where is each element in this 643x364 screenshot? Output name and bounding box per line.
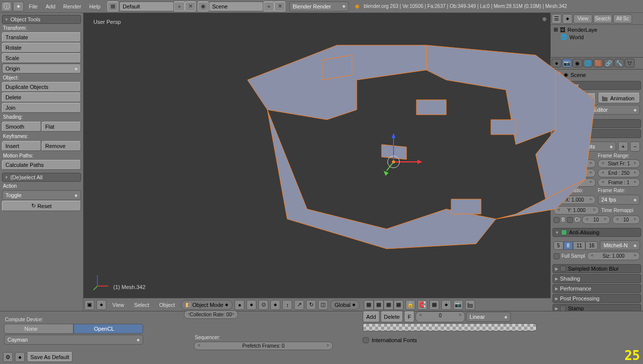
lock-icon[interactable]: 🔒 [405,300,415,310]
compute-opencl[interactable]: OpenCL [74,324,143,334]
menu-add[interactable]: Add [42,3,60,9]
shading-menu-icon[interactable]: ◆ [246,300,256,310]
f-button[interactable]: F [404,311,414,322]
render-anim-icon[interactable]: 🎬 [465,300,475,310]
3d-viewport[interactable]: User Persp [83,13,551,298]
dropdown-icon[interactable]: ◆ [13,1,24,11]
snap-type-icon[interactable]: ▦ [429,300,439,310]
insert-kf-button[interactable]: Insert [2,141,41,151]
tool-shelf: Object Tools Transform: Translate Rotate… [0,13,83,311]
postproc-section[interactable]: Post Processing [553,294,641,303]
device-select[interactable]: Cayman [4,335,143,345]
select-menu[interactable]: Select [130,302,154,308]
object-tools-header[interactable]: Object Tools [2,15,81,24]
scale-button[interactable]: Scale [2,53,81,63]
shading-sphere-icon[interactable]: ● [235,300,244,310]
layer-button[interactable]: ▦ [364,300,374,310]
remove-kf-button[interactable]: Remove [42,141,81,151]
svg-point-17 [392,160,395,163]
ptab-constraint-icon[interactable]: 🔗 [604,59,614,68]
rotate-button[interactable]: Rotate [2,43,81,53]
orientation-selector[interactable]: Global◆ [330,300,360,310]
layer-button[interactable]: ▦ [384,300,394,310]
performance-section[interactable]: Performance [553,284,641,293]
smooth-button[interactable]: Smooth [2,122,41,132]
pref-zero[interactable]: 0 [415,311,465,322]
manip-rotate-icon[interactable]: ↻ [306,300,316,310]
scene-add-icon[interactable]: + [263,1,274,11]
manip-cursor-icon[interactable]: ↗ [294,300,304,310]
blender-logo-icon: ◉ [355,3,360,9]
translate-button[interactable]: Translate [2,32,81,42]
pivot-menu-icon[interactable]: ◆ [270,300,280,310]
manip-scale-icon[interactable]: ◫ [318,300,328,310]
layer-button[interactable]: ▦ [374,300,384,310]
prefetch-frames[interactable]: Prefetch Frames: 0 [194,342,333,350]
layer-button[interactable]: ▦ [394,300,403,310]
layout-del-icon[interactable]: ✕ [185,1,196,11]
layout-grid-icon[interactable]: ▦ [107,1,118,11]
origin-dropdown[interactable]: Origin [2,64,81,73]
prefs-type-icon[interactable]: ⚙ [3,352,13,362]
deselect-header[interactable]: (De)select All [2,173,81,182]
reset-button[interactable]: ↻ Reset [2,201,81,211]
layout-add-icon[interactable]: + [174,1,185,11]
mode-selector[interactable]: ◧Object Mode◆ [181,300,233,310]
manip-translate-icon[interactable]: ↕ [282,300,292,310]
remap-new[interactable]: 10 [612,216,640,224]
object-menu[interactable]: Object [155,302,179,308]
shading-label: Shading: [3,114,80,120]
menu-help[interactable]: Help [85,3,104,9]
outliner-type-icon[interactable]: ☰ [552,14,562,24]
duplicate-button[interactable]: Duplicate Objects [2,82,81,92]
stamp-check[interactable] [560,305,566,311]
toggle-dropdown[interactable]: Toggle [2,190,81,200]
join-button[interactable]: Join [2,103,81,113]
view-menu[interactable]: View [108,302,128,308]
snap-menu-icon[interactable]: ◆ [441,300,451,310]
shading-section[interactable]: Shading [553,274,641,283]
editor-type-icon[interactable]: ▣ [84,300,94,310]
prefs-menu-icon[interactable]: ◆ [15,352,25,362]
cube-icon: ◧ [185,301,190,308]
layout-selector[interactable]: Default [119,1,174,11]
add-button[interactable]: Add [363,311,380,322]
ptab-modifier-icon[interactable]: 🔧 [614,59,624,68]
snap-magnet-icon[interactable]: 🧲 [417,300,427,310]
stamp-section[interactable]: Stamp [553,304,641,311]
render-engine-select[interactable]: Blender Render [289,1,349,11]
delete-pref-button[interactable]: Delete [381,311,403,322]
interp-select[interactable]: Linear [466,312,511,322]
color-preview[interactable] [363,323,537,331]
preset-del-icon[interactable]: − [630,142,640,151]
intl-fonts-check[interactable]: International Fonts [363,337,417,343]
delete-button[interactable]: Delete [2,92,81,102]
expand-icon[interactable]: ⊕ [542,16,547,22]
flat-button[interactable]: Flat [42,122,81,132]
outliner-menu-icon[interactable]: ◆ [563,14,572,24]
save-default-button[interactable]: Save As Default [27,352,73,362]
scene-selector[interactable]: Scene [209,1,263,11]
outliner-view[interactable]: View [573,14,592,23]
preset-add-icon[interactable]: + [618,142,628,151]
transform-gizmo[interactable] [364,132,423,192]
outliner-all[interactable]: All Sc [613,14,632,23]
info-icon[interactable]: ⓘ [1,1,12,11]
compute-label: Compute Device: [5,317,638,322]
calculate-paths-button[interactable]: Calculate Paths [2,160,81,170]
render-opengl-icon[interactable]: 📷 [453,300,463,310]
scene-icon[interactable]: ◉ [198,1,209,11]
menu-render[interactable]: Render [59,3,85,9]
editor-menu-icon[interactable]: ◆ [96,300,106,310]
scene-del-icon[interactable]: ✕ [274,1,285,11]
active-object-label: (1) Mesh.342 [113,284,146,290]
outliner-search[interactable]: Search [593,14,612,23]
sequencer-label: Sequencer: [195,335,332,340]
collection-rate[interactable]: Collection Rate: 00 [184,310,238,319]
aa-filter[interactable]: Mitchell-N [600,240,640,250]
compute-none[interactable]: None [4,324,74,334]
pivot-icon[interactable]: ⊙ [258,300,268,310]
ptab-data-icon[interactable]: ▽ [625,59,635,68]
menu-file[interactable]: File [25,3,42,9]
svg-marker-13 [417,160,422,164]
